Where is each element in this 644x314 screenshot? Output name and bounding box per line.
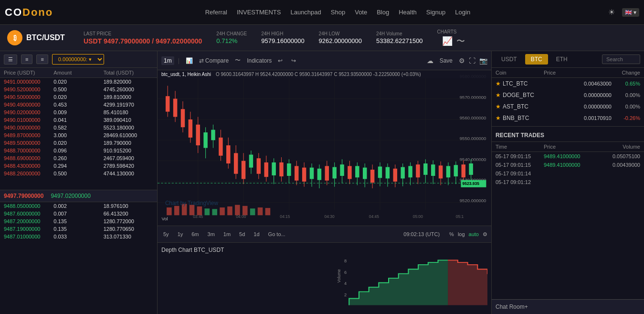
nav-shop[interactable]: Shop	[331, 9, 345, 16]
log-toggle[interactable]: log	[458, 231, 465, 237]
sell-order-row[interactable]: 9488.70000000 0.096 910.915200	[0, 147, 157, 154]
buy-order-row[interactable]: 9488.05000000 0.002 18.976100	[0, 202, 157, 210]
ob-mid-price-value: 9497.79000000	[4, 193, 43, 199]
camera-icon[interactable]: 📷	[479, 57, 487, 65]
sell-price: 9490.01000000	[4, 117, 53, 123]
sell-price: 9489.50000000	[4, 140, 53, 146]
buy-order-row[interactable]: 9487.01000000 0.033 313.071330	[0, 233, 157, 240]
sell-amount: 0.020	[53, 79, 103, 85]
coin-list-item[interactable]: ★ LTC_BTC 0.00463000 0.65%	[492, 78, 644, 89]
tf-1m[interactable]: 1m	[161, 56, 174, 65]
sell-order-row[interactable]: 9490.49000000 0.453 4299.191970	[0, 101, 157, 108]
svg-rect-74	[370, 170, 374, 183]
volume-value: 53382.62271500	[376, 37, 423, 44]
sell-order-row[interactable]: 9490.50000000 0.020 189.810000	[0, 93, 157, 101]
settings-gear-icon[interactable]: ⚙	[459, 57, 465, 65]
trade-price: 9489.41000000	[544, 153, 592, 159]
sell-order-row[interactable]: 9490.52000000 0.500 4745.260000	[0, 86, 157, 93]
ob-sell-btn[interactable]: ≡	[36, 54, 48, 64]
low-label: 24H LOW	[319, 31, 362, 36]
svg-text:04:00: 04:00	[236, 214, 246, 219]
favorite-star[interactable]: ★	[496, 115, 501, 121]
ob-list-btn[interactable]: ☰	[4, 54, 17, 65]
svg-text:04:45: 04:45	[369, 214, 379, 219]
sell-order-row[interactable]: 9489.87000000 3.000 28469.610000	[0, 131, 157, 139]
tn-5d[interactable]: 5d	[237, 230, 247, 238]
save-btn[interactable]: Save	[437, 56, 455, 65]
tab-eth[interactable]: ETH	[550, 54, 573, 65]
tn-goto[interactable]: Go to...	[266, 230, 287, 238]
coin-list-item[interactable]: ★ DOGE_BTC 0.00000000 0.00%	[492, 89, 644, 101]
sell-amount: 0.020	[53, 140, 103, 146]
candle-chart-icon[interactable]: 〜	[456, 35, 465, 47]
sell-order-row[interactable]: 9490.02000000 0.009 85.410180	[0, 108, 157, 116]
amount-col-header: Amount	[53, 70, 103, 76]
price-col-header: Price (USDT)	[4, 70, 53, 76]
tn-3m[interactable]: 3m	[206, 230, 217, 238]
sell-price: 9488.43000000	[4, 163, 53, 169]
buy-price: 9487.19000000	[4, 226, 53, 232]
logo[interactable]: CODono	[5, 6, 53, 19]
svg-text:04:15: 04:15	[280, 214, 290, 219]
price-precision-select[interactable]: 0.00000000: ▾	[52, 54, 104, 65]
buy-order-row[interactable]: 9487.19000000 0.135 1280.770650	[0, 225, 157, 233]
main-chart[interactable]: btc_usdt, 1, Heikin Ashi O 9600.31643997…	[158, 70, 491, 226]
buy-total: 313.071330	[104, 234, 153, 239]
sell-amount: 0.041	[53, 117, 103, 123]
nav-health[interactable]: Health	[399, 9, 417, 16]
nav-investments[interactable]: INVESTMENTS	[237, 9, 281, 16]
tn-5y[interactable]: 5y	[161, 230, 171, 238]
sell-order-row[interactable]: 9491.00000000 0.020 189.820000	[0, 78, 157, 86]
nav-vote[interactable]: Vote	[355, 9, 367, 16]
chart-title: btc_usdt, 1, Heikin Ashi	[161, 72, 211, 77]
buy-total: 1280.772000	[104, 218, 153, 224]
line-chart-icon[interactable]: 📈	[442, 36, 453, 46]
favorite-star[interactable]: ★	[496, 103, 501, 110]
tab-usdt[interactable]: USDT	[496, 54, 523, 65]
trade-time: 05-17 09:01:12	[496, 179, 544, 185]
indicators-btn[interactable]: Indicators	[247, 57, 272, 64]
tn-1y[interactable]: 1y	[176, 230, 185, 238]
nav-login[interactable]: Login	[455, 9, 470, 16]
language-selector[interactable]: 🇬🇧 ▾	[622, 8, 639, 17]
buy-order-row[interactable]: 9487.20000000 0.135 1280.772000	[0, 217, 157, 225]
sell-amount: 0.096	[53, 148, 103, 153]
coin-list: ★ LTC_BTC 0.00463000 0.65% ★ DOGE_BTC 0.…	[492, 78, 644, 124]
chat-room-button[interactable]: Chat Room+	[492, 299, 644, 314]
chart-type-icon[interactable]: 📊	[183, 56, 195, 65]
sell-price: 9488.26000000	[4, 171, 53, 176]
sell-price: 9490.00000000	[4, 125, 53, 130]
fullscreen-icon[interactable]: ⛶	[469, 57, 475, 65]
coin-list-item[interactable]: ★ AST_BTC 0.00000000 0.00%	[492, 101, 644, 112]
coin-list-item[interactable]: ★ BNB_BTC 0.00170910 -0.26%	[492, 112, 644, 124]
sell-order-row[interactable]: 9489.50000000 0.020 189.790000	[0, 139, 157, 147]
tab-btc[interactable]: BTC	[525, 54, 548, 65]
buy-order-row[interactable]: 9487.60000000 0.007 66.413200	[0, 210, 157, 217]
compare-btn[interactable]: ⇄ Compare	[199, 57, 229, 64]
sell-total: 5523.180000	[104, 125, 153, 130]
favorite-star[interactable]: ★	[496, 80, 501, 87]
coin-search-input[interactable]	[602, 54, 640, 64]
settings-icon[interactable]: ☀	[608, 8, 615, 17]
tn-6m[interactable]: 6m	[190, 230, 201, 238]
sell-order-row[interactable]: 9488.69000000 0.260 2467.059400	[0, 154, 157, 162]
redo-icon[interactable]: ↪	[289, 56, 298, 65]
trading-pair[interactable]: BTC/USDT	[26, 33, 65, 42]
favorite-star[interactable]: ★	[496, 92, 501, 98]
tn-1d[interactable]: 1d	[252, 230, 261, 238]
nav-referral[interactable]: Referral	[205, 9, 227, 16]
nav-launchpad[interactable]: Launchpad	[290, 9, 321, 16]
percent-toggle[interactable]: %	[449, 231, 454, 237]
cloud-icon[interactable]: ☁	[427, 57, 433, 65]
undo-icon[interactable]: ↩	[275, 56, 285, 65]
tn-1m[interactable]: 1m	[222, 230, 232, 238]
sell-order-row[interactable]: 9488.43000000 0.294 2789.598420	[0, 162, 157, 170]
chart-settings-icon[interactable]: ⚙	[483, 231, 487, 238]
auto-toggle[interactable]: auto	[469, 231, 479, 237]
sell-order-row[interactable]: 9488.26000000 0.500 4744.130000	[0, 170, 157, 177]
nav-blog[interactable]: Blog	[377, 9, 389, 16]
sell-order-row[interactable]: 9490.01000000 0.041 389.090410	[0, 116, 157, 124]
nav-signup[interactable]: Signup	[426, 9, 445, 16]
sell-order-row[interactable]: 9490.00000000 0.582 5523.180000	[0, 124, 157, 131]
ob-buy-btn[interactable]: ≡	[21, 54, 32, 64]
